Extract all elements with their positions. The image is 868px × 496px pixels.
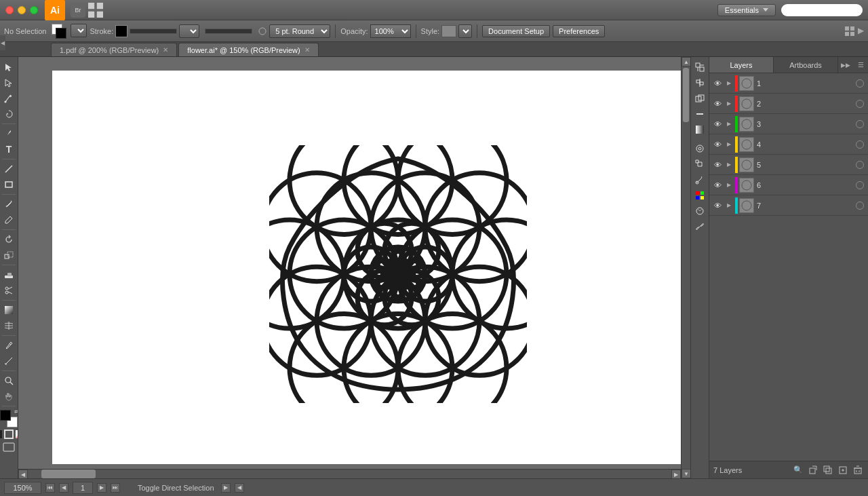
new-layer-from-selection-icon[interactable] [807, 464, 819, 476]
stroke-icon-small[interactable] [4, 430, 14, 439]
layer-name-6[interactable]: 6 [754, 181, 853, 189]
symbols-icon[interactable] [692, 157, 707, 172]
layer-expand-1[interactable]: ▶ [724, 80, 734, 86]
search-input[interactable] [781, 4, 863, 16]
first-page-button[interactable]: ⏮ [45, 483, 55, 493]
layer-visibility-1[interactable]: 👁 [711, 79, 724, 88]
layers-tab[interactable]: Layers [709, 57, 774, 73]
workspace-icon[interactable] [88, 3, 103, 18]
layer-row[interactable]: 👁 ▶ 1 [709, 73, 868, 94]
minimize-button[interactable] [18, 6, 26, 14]
fill-icon[interactable] [0, 430, 3, 439]
document-setup-button[interactable]: Document Setup [482, 25, 550, 37]
layer-row[interactable]: 👁 ▶ 2 [709, 94, 868, 114]
maximize-button[interactable] [30, 6, 38, 14]
preferences-button[interactable]: Preferences [553, 25, 605, 37]
layer-expand-2[interactable]: ▶ [724, 100, 734, 107]
search-layers-icon[interactable]: 🔍 [792, 464, 804, 476]
bridge-icon[interactable]: Br [71, 3, 85, 18]
type-tool[interactable]: T [1, 142, 16, 157]
transform-panel-icon[interactable] [692, 60, 707, 75]
new-sublayer-icon[interactable] [822, 464, 834, 476]
tab-2-close[interactable]: ✕ [304, 46, 310, 54]
layer-name-5[interactable]: 5 [754, 161, 853, 169]
layer-expand-5[interactable]: ▶ [724, 161, 734, 168]
layer-row[interactable]: 👁 ▶ 7 [709, 195, 868, 216]
layer-target-4[interactable] [853, 140, 867, 149]
layer-name-4[interactable]: 4 [754, 140, 853, 149]
magic-wand-tool[interactable] [1, 91, 16, 106]
layers-expand-icon[interactable]: ▶▶ [838, 57, 853, 73]
stroke-color-swatch[interactable] [115, 25, 127, 37]
scroll-right-button[interactable]: ▶ [671, 470, 681, 478]
prev-page-button[interactable]: ◀ [59, 483, 68, 493]
zoom-input[interactable] [4, 482, 41, 494]
arrange-icon[interactable] [844, 26, 855, 37]
links-icon[interactable] [692, 219, 707, 234]
layer-name-7[interactable]: 7 [754, 202, 853, 210]
layer-target-5[interactable] [853, 161, 867, 169]
layer-visibility-7[interactable]: 👁 [711, 202, 724, 210]
toolbar-expand-icon[interactable]: ▶ [858, 26, 864, 37]
eraser-tool[interactable] [1, 267, 16, 282]
selection-tool[interactable] [1, 60, 16, 75]
line-tool[interactable] [1, 161, 16, 176]
lasso-tool[interactable] [1, 107, 16, 121]
layer-expand-6[interactable]: ▶ [724, 182, 734, 188]
layer-row[interactable]: 👁 ▶ 5 [709, 155, 868, 175]
scroll-up-button[interactable]: ▲ [682, 57, 690, 66]
page-input[interactable] [73, 482, 93, 494]
scale-tool[interactable] [1, 248, 16, 263]
layer-target-6[interactable] [853, 181, 867, 189]
style-select[interactable] [458, 24, 472, 38]
fill-type-select[interactable] [71, 24, 87, 37]
zoom-tool[interactable] [1, 373, 16, 388]
layer-expand-7[interactable]: ▶ [724, 202, 734, 208]
delete-layer-icon[interactable] [852, 464, 864, 476]
layer-name-2[interactable]: 2 [754, 100, 853, 108]
scroll-left-button[interactable]: ◀ [18, 470, 28, 478]
layer-name-3[interactable]: 3 [754, 120, 853, 128]
layer-visibility-2[interactable]: 👁 [711, 100, 724, 108]
next-page-button[interactable]: ▶ [97, 483, 106, 493]
layer-row[interactable]: 👁 ▶ 4 [709, 134, 868, 155]
direct-selection-tool[interactable] [1, 75, 16, 90]
new-layer-icon[interactable] [837, 464, 849, 476]
opacity-select[interactable]: 100% [370, 24, 411, 38]
layer-visibility-3[interactable]: 👁 [711, 120, 724, 128]
layer-target-7[interactable] [853, 202, 867, 210]
vertical-scrollbar[interactable]: ▲ ▼ [681, 57, 690, 478]
mesh-tool[interactable] [1, 318, 16, 333]
brushes-icon[interactable] [692, 172, 707, 187]
layer-expand-3[interactable]: ▶ [724, 121, 734, 127]
scissors-tool[interactable] [1, 283, 16, 298]
pen-tool[interactable] [1, 126, 16, 141]
layer-target-1[interactable] [853, 79, 867, 88]
layer-target-2[interactable] [853, 100, 867, 108]
layer-row[interactable]: 👁 ▶ 3 [709, 114, 868, 134]
layer-visibility-6[interactable]: 👁 [711, 181, 724, 189]
layers-menu-icon[interactable]: ☰ [853, 57, 868, 73]
stroke-dropdown[interactable] [179, 24, 199, 38]
paintbrush-tool[interactable] [1, 197, 16, 212]
h-scroll-thumb[interactable] [41, 470, 96, 478]
rectangle-tool[interactable] [1, 177, 16, 192]
tab-2[interactable]: flower.ai* @ 150% (RGB/Preview) ✕ [178, 43, 318, 56]
pathfinder-icon[interactable] [692, 91, 707, 106]
zoom-control[interactable] [4, 482, 41, 494]
rotate-tool[interactable] [1, 232, 16, 247]
swatches-icon[interactable] [692, 188, 707, 203]
stroke-size-select[interactable]: 5 pt. Round [269, 24, 330, 38]
color-guide-icon[interactable] [692, 204, 707, 218]
stroke-panel-icon[interactable] [692, 107, 707, 121]
layer-expand-4[interactable]: ▶ [724, 141, 734, 147]
fill-stroke-swatches[interactable] [52, 24, 69, 39]
eyedropper-tool[interactable] [1, 338, 16, 353]
appearance-icon[interactable] [692, 141, 707, 156]
pencil-tool[interactable] [1, 212, 16, 227]
hand-tool[interactable] [1, 389, 16, 404]
layer-visibility-4[interactable]: 👁 [711, 140, 724, 149]
tab-1[interactable]: 1.pdf @ 200% (RGB/Preview) ✕ [51, 43, 177, 56]
gradient-panel-icon[interactable] [692, 122, 707, 137]
align-panel-icon[interactable] [692, 75, 707, 90]
